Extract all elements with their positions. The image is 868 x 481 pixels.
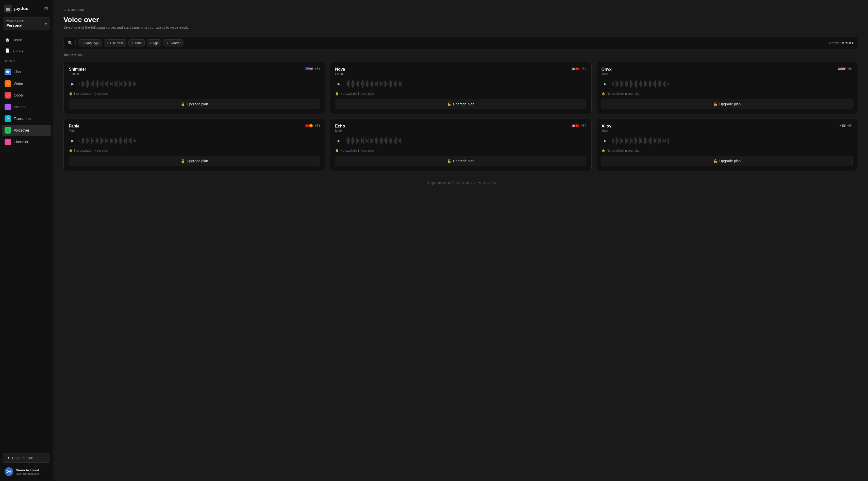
waveform-bar <box>652 138 652 144</box>
waveform-bar <box>639 83 640 85</box>
voice-not-available-nova: 🔒Not availabe in your plan <box>335 92 586 95</box>
sidebar-item-chat[interactable]: 💬Chat <box>2 66 51 78</box>
waveform-bar <box>626 81 627 87</box>
filter-chip-use_case-label: Use case <box>110 41 124 45</box>
filter-chip-language[interactable]: +Language <box>78 39 102 47</box>
breadcrumb[interactable]: ⊙ Dashboard <box>63 8 858 12</box>
sidebar-item-voiceover[interactable]: 🎵Voiceover <box>2 125 51 136</box>
upgrade-plan-label: Upgrade plan <box>12 456 33 460</box>
waveform-bar <box>399 139 400 142</box>
waveform-bar <box>116 139 117 143</box>
waveform-bar <box>385 81 386 87</box>
search-button[interactable]: 🔍 <box>68 41 73 46</box>
user-area[interactable]: DA Demo Account jason@intruig.com ⋯ <box>3 465 50 478</box>
waveform-bar <box>353 81 354 87</box>
sidebar-item-classifier[interactable]: ⬡Classifier <box>2 137 51 148</box>
waveform-bar <box>650 81 651 87</box>
waveform-bar <box>386 137 387 144</box>
waveform-bar <box>395 138 396 144</box>
waveform-bar <box>641 139 642 143</box>
home-icon: 🏠 <box>5 37 10 43</box>
waveform-bar <box>351 82 351 86</box>
waveform-bar <box>632 83 633 85</box>
waveform-bar <box>97 139 98 143</box>
user-email: jason@intruig.com <box>16 472 42 475</box>
waveform-bar <box>636 139 637 143</box>
waveform-bar <box>118 140 118 142</box>
voice-card-alloy: AlloyMale✦🇬🇧+54▶🔒Not availabe in your pl… <box>596 119 858 171</box>
voice-upgrade-button-onyx[interactable]: 🔒Upgrade plan <box>601 99 852 109</box>
voice-upgrade-button-echo[interactable]: 🔒Upgrade plan <box>335 156 586 166</box>
voice-count-shimmer: +54 <box>315 67 320 70</box>
voice-play-button-fable[interactable]: ▶ <box>69 137 76 145</box>
waveform-bar <box>399 81 400 86</box>
waveform-bar <box>393 82 393 85</box>
sidebar-collapse-button[interactable]: ⊞ <box>43 5 49 12</box>
voice-card-header-nova: NovaFemale🇺🇸🇨🇳+54 <box>335 67 586 76</box>
voice-play-button-echo[interactable]: ▶ <box>335 137 343 145</box>
voice-upgrade-button-nova[interactable]: 🔒Upgrade plan <box>335 99 586 109</box>
logo-icon: 🤖 <box>4 5 12 13</box>
sidebar-item-imagine[interactable]: ✦Imagine <box>2 101 51 113</box>
waveform-bar <box>398 83 399 85</box>
waveform-bar <box>641 82 642 86</box>
waveform-bar <box>386 83 387 85</box>
voice-upgrade-button-fable[interactable]: 🔒Upgrade plan <box>69 156 320 166</box>
lock-icon: 🔒 <box>69 92 72 95</box>
voice-not-available-fable: 🔒Not availabe in your plan <box>69 149 320 152</box>
waveform-bar <box>615 139 616 143</box>
filter-chip-age[interactable]: +Age <box>147 39 161 47</box>
waveform-bar <box>352 137 353 145</box>
sort-chevron-icon: ▾ <box>852 41 854 45</box>
filter-chip-use_case[interactable]: +Use case <box>104 39 126 47</box>
sort-select[interactable]: Default ▾ <box>840 41 854 45</box>
upgrade-plan-button[interactable]: ✦ Upgrade plan <box>3 453 50 463</box>
waveform-bar <box>82 81 83 87</box>
voice-name-fable: Fable <box>69 124 80 128</box>
waveform-bar <box>629 137 629 145</box>
waveform-bar <box>391 81 392 87</box>
voice-flag-icons-shimmer: 🇷🇺🇬🇧 <box>305 67 313 70</box>
filter-chip-tone[interactable]: +Tone <box>128 39 145 47</box>
voice-play-button-alloy[interactable]: ▶ <box>601 137 609 145</box>
waveform-bar <box>375 82 376 86</box>
sidebar-item-transcriber[interactable]: 🎙Transcriber <box>2 113 51 124</box>
sidebar-item-coder[interactable]: </>Coder <box>2 90 51 101</box>
waveform-bar <box>620 137 621 144</box>
waveform-bar <box>376 82 377 85</box>
voice-play-button-nova[interactable]: ▶ <box>335 80 343 88</box>
voice-gender-alloy: Male <box>601 129 611 132</box>
voice-gender-echo: Male <box>335 129 345 132</box>
waveform-bar <box>352 80 353 88</box>
sort-label: Sort by: <box>827 41 839 45</box>
user-more-icon[interactable]: ⋯ <box>44 469 49 474</box>
voice-count-echo: +54 <box>581 124 586 127</box>
waveform-bar <box>346 83 346 85</box>
nav-item-home[interactable]: 🏠 Home <box>2 35 51 45</box>
filter-chip-gender-icon: + <box>166 41 168 45</box>
transcriber-icon: 🎙 <box>5 115 11 122</box>
waveform-bar <box>627 139 628 143</box>
workspace-selector[interactable]: Workspace Personal ▾ <box>3 17 50 30</box>
main-content: ⊙ Dashboard Voice over Select one of the… <box>53 0 868 481</box>
waveform-bar <box>629 82 629 85</box>
waveform-bar <box>108 81 110 86</box>
waveform-bar <box>111 83 112 85</box>
voice-play-button-shimmer[interactable]: ▶ <box>69 80 76 88</box>
waveform-bar <box>382 138 383 144</box>
filter-chip-age-label: Age <box>153 41 159 45</box>
classifier-icon: ⬡ <box>5 139 11 145</box>
nav-item-library[interactable]: 📄 Library <box>2 46 51 56</box>
sidebar-item-writer[interactable]: ✏️Writer <box>2 78 51 89</box>
voice-upgrade-button-alloy[interactable]: 🔒Upgrade plan <box>601 156 852 166</box>
waveform-bar <box>81 82 82 86</box>
voice-upgrade-button-shimmer[interactable]: 🔒Upgrade plan <box>69 99 320 109</box>
voice-name-block-echo: EchoMale <box>335 124 345 132</box>
waveform-bar <box>130 82 131 86</box>
waveform-bar <box>121 139 122 143</box>
voice-gender-fable: Male <box>69 129 80 132</box>
waveform-bar <box>390 80 391 88</box>
voice-play-button-onyx[interactable]: ▶ <box>601 80 609 88</box>
filter-chip-language-icon: + <box>81 41 83 45</box>
filter-chip-gender[interactable]: +Gender <box>163 39 184 47</box>
